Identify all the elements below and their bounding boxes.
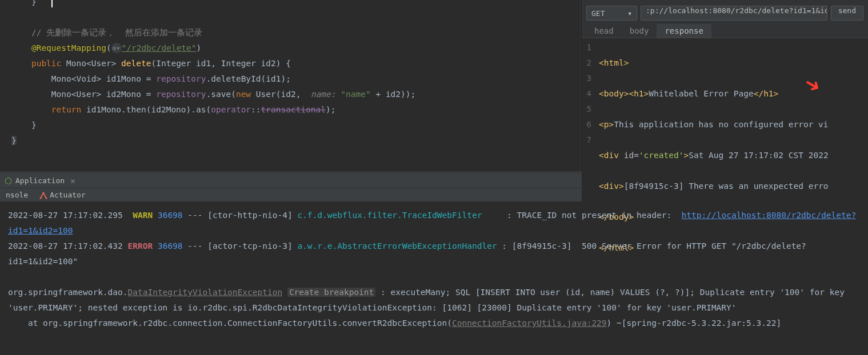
keyword-public: public bbox=[31, 59, 61, 68]
code-editor[interactable]: } // 先删除一条记录， 然后在添加一条记录 @RequestMapping(… bbox=[0, 0, 581, 171]
http-method-select[interactable]: GET▾ bbox=[586, 6, 637, 21]
actuator-icon bbox=[39, 191, 47, 199]
svg-point-2 bbox=[43, 192, 45, 193]
tab-response[interactable]: response bbox=[657, 24, 711, 38]
http-method-icon: ⊙▾ bbox=[111, 43, 122, 53]
stacktrace-link[interactable]: ConnectionFactoryUtils.java:229 bbox=[452, 318, 607, 328]
mapping-path: "/r2dbc/delete" bbox=[122, 43, 197, 53]
http-client-panel: GET▾ :p://localhost:8080/r2dbc/delete?id… bbox=[581, 0, 868, 171]
subtab-console[interactable]: nsole bbox=[0, 188, 34, 201]
svg-point-0 bbox=[40, 197, 42, 199]
log-level-warn: WARN bbox=[133, 211, 153, 220]
code-comment: // 先删除一条记录， 然后在添加一条记录 bbox=[31, 28, 202, 37]
console-output[interactable]: ➜ 2022-08-27 17:17:02.295 WARN 36698 ---… bbox=[0, 202, 868, 355]
url-input[interactable]: :p://localhost:8080/r2dbc/delete?id1=1&i… bbox=[641, 6, 827, 21]
tab-application[interactable]: Application bbox=[15, 176, 65, 185]
subtab-actuator[interactable]: Actuator bbox=[34, 188, 91, 201]
chevron-down-icon: ▾ bbox=[627, 9, 632, 18]
svg-point-1 bbox=[46, 197, 47, 199]
tab-body[interactable]: body bbox=[622, 24, 657, 38]
log-level-error: ERROR bbox=[128, 241, 153, 251]
exception-link[interactable]: DataIntegrityViolationException bbox=[128, 288, 283, 297]
tab-head[interactable]: head bbox=[586, 24, 622, 38]
create-breakpoint-button[interactable]: Create breakpoint bbox=[287, 288, 375, 297]
annotation: @RequestMapping bbox=[31, 43, 106, 53]
send-button[interactable]: send bbox=[831, 6, 863, 21]
method-name: delete bbox=[121, 59, 151, 68]
close-icon[interactable]: × bbox=[70, 176, 75, 185]
run-config-icon: ⬡ bbox=[5, 176, 12, 185]
